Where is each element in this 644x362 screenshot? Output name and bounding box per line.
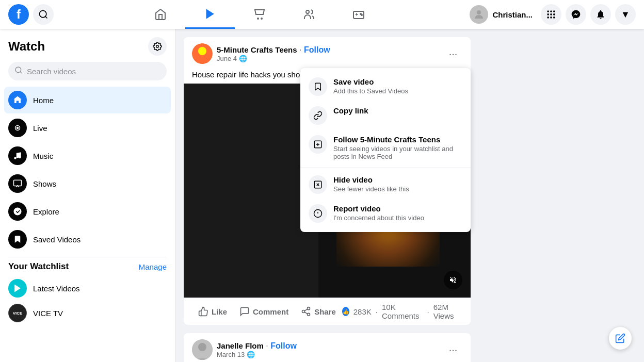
follow-button-inline[interactable]: Follow <box>304 45 330 54</box>
sidebar-music-label: Music <box>33 152 53 160</box>
compose-button[interactable] <box>609 327 632 350</box>
nav-search-button[interactable] <box>33 4 54 25</box>
svg-rect-17 <box>553 17 555 18</box>
share-button[interactable]: Share <box>295 302 342 321</box>
channel-name: 5-Minute Crafts Teens <box>217 45 297 54</box>
music-icon <box>13 151 22 160</box>
dropdown-divider <box>300 168 471 168</box>
settings-gear-button[interactable] <box>148 37 167 56</box>
notifications-button[interactable] <box>590 4 611 25</box>
groups-icon <box>303 8 315 21</box>
privacy-icon: 🌐 <box>239 55 247 62</box>
post-date-1: June 4 🌐 <box>217 55 440 62</box>
grid-menu-button[interactable] <box>541 4 561 25</box>
report-video-title: Report video <box>333 204 462 213</box>
nav-home-button[interactable] <box>136 0 185 29</box>
sidebar-item-home[interactable]: Home <box>4 87 171 113</box>
post2-privacy-icon: 🌐 <box>247 351 255 358</box>
hide-video-text: Hide video See fewer videos like this <box>333 175 462 193</box>
watchlist-title: Your Watchlist <box>8 261 69 272</box>
save-video-option[interactable]: Save video Add this to Saved Videos <box>300 72 471 101</box>
watchlist-manage-button[interactable]: Manage <box>139 262 167 271</box>
dot-separator-2: · <box>266 341 270 350</box>
channel-avatar-image <box>192 43 213 64</box>
main-content: 5-Minute Crafts Teens · Follow June 4 🌐 … <box>175 29 479 362</box>
messenger-icon <box>571 9 581 20</box>
post-meta-1: 5-Minute Crafts Teens · Follow June 4 🌐 <box>217 45 440 62</box>
edit-icon <box>615 333 625 343</box>
svg-point-2 <box>257 18 259 19</box>
sidebar-live-label: Live <box>33 124 47 133</box>
user-avatar <box>470 5 488 24</box>
right-panel <box>479 29 644 362</box>
mute-button[interactable] <box>444 271 462 289</box>
post-header-2: Janelle Flom · Follow March 13 🌐 ··· <box>184 333 471 362</box>
copy-link-icon <box>309 106 327 125</box>
live-nav-icon <box>8 119 27 137</box>
sidebar-item-shows[interactable]: Shows <box>4 170 171 197</box>
svg-line-32 <box>304 312 308 314</box>
copy-link-text: Copy link <box>333 106 462 115</box>
like-icon <box>198 306 208 317</box>
sidebar-item-live[interactable]: Live <box>4 114 171 141</box>
comment-label: Comment <box>253 307 288 316</box>
post-date-text: June 4 <box>217 55 237 62</box>
views-count: 62M Views <box>433 303 462 320</box>
svg-point-31 <box>308 313 310 316</box>
copy-link-title: Copy link <box>333 106 462 115</box>
watchlist-section: Your Watchlist Manage Latest Videos VICE… <box>4 261 171 325</box>
mute-icon <box>449 276 457 284</box>
watchlist-item-latest[interactable]: Latest Videos <box>8 276 167 301</box>
follow-channel-option[interactable]: Follow 5-Minute Crafts Teens Start seein… <box>300 130 471 166</box>
hide-video-option[interactable]: Hide video See fewer videos like this <box>300 170 471 199</box>
sidebar-home-label: Home <box>33 96 54 105</box>
sidebar-item-explore[interactable]: Explore <box>4 198 171 225</box>
follow-button-2[interactable]: Follow <box>270 341 297 350</box>
watch-icon <box>204 8 216 20</box>
post-name-line: 5-Minute Crafts Teens · Follow <box>217 45 440 55</box>
svg-point-19 <box>15 67 21 73</box>
svg-marker-26 <box>14 285 21 292</box>
copy-link-option[interactable]: Copy link <box>300 101 471 130</box>
svg-rect-10 <box>550 11 552 12</box>
nav-marketplace-button[interactable] <box>235 0 284 29</box>
save-video-text: Save video Add this to Saved Videos <box>333 77 462 95</box>
search-input[interactable] <box>8 62 167 80</box>
gaming-icon <box>352 8 365 21</box>
nav-groups-button[interactable] <box>284 0 334 29</box>
report-video-option[interactable]: Report video I'm concerned about this vi… <box>300 199 471 228</box>
sidebar-item-saved[interactable]: Saved Videos <box>4 226 171 253</box>
watchlist-item-vice[interactable]: VICE VICE TV <box>8 301 167 325</box>
magnifier-icon <box>14 66 23 74</box>
dropdown-arrow-button[interactable]: ▼ <box>615 4 636 25</box>
share-label: Share <box>314 307 336 316</box>
ellipsis-icon: ··· <box>449 48 458 60</box>
channel-avatar-svg <box>192 43 213 64</box>
sidebar-header: Watch <box>4 37 171 62</box>
like-badge: 👍 <box>342 307 349 316</box>
svg-line-33 <box>304 309 308 310</box>
comment-button[interactable]: Comment <box>233 302 295 321</box>
svg-rect-15 <box>548 17 549 18</box>
user-profile-button[interactable]: Christian... <box>465 3 537 26</box>
x-square-icon <box>313 180 323 189</box>
sidebar-saved-label: Saved Videos <box>33 235 81 244</box>
messenger-button[interactable] <box>566 4 586 25</box>
like-button[interactable]: Like <box>192 302 233 321</box>
ellipsis-icon-2: ··· <box>449 344 458 356</box>
likes-count: 283K <box>353 307 372 316</box>
follow-channel-icon <box>309 135 327 154</box>
marketplace-icon <box>253 8 266 21</box>
post-more-button-1[interactable]: ··· <box>444 44 462 63</box>
comment-icon <box>239 306 250 317</box>
post2-avatar <box>192 339 213 360</box>
nav-gaming-button[interactable] <box>334 0 383 29</box>
sidebar-shows-label: Shows <box>33 179 56 188</box>
sidebar-item-music[interactable]: Music <box>4 142 171 169</box>
nav-watch-button[interactable] <box>185 0 235 29</box>
home-icon <box>154 8 167 21</box>
post-more-button-2[interactable]: ··· <box>444 340 462 359</box>
nav-right: Christian... ▼ <box>465 3 636 26</box>
top-navigation: f <box>0 0 644 29</box>
facebook-logo[interactable]: f <box>8 4 29 25</box>
